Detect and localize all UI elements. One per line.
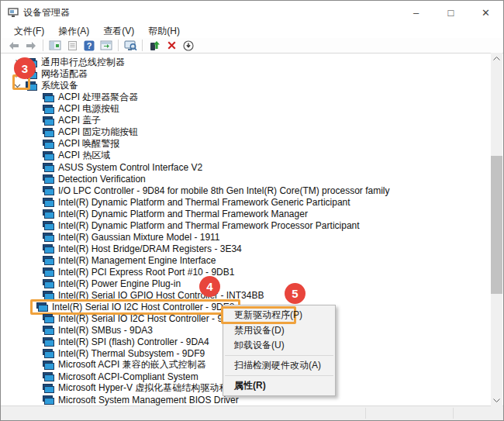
status-divider bbox=[365, 408, 366, 419]
device-icon bbox=[43, 337, 54, 347]
device-icon bbox=[43, 116, 54, 126]
tree-row[interactable]: Intel(R) Management Engine Interface bbox=[1, 254, 503, 266]
scroll-up-icon[interactable] bbox=[491, 53, 502, 64]
device-label: Intel(R) Dynamic Platform and Thermal Fr… bbox=[58, 209, 308, 219]
minimize-button[interactable]: – bbox=[399, 1, 433, 24]
tree-row[interactable]: I/O LPC Controller - 9D84 for mobile 8th… bbox=[1, 185, 503, 196]
device-label: Intel(R) Power Engine Plug-in bbox=[58, 278, 181, 289]
device-label: Intel(R) Management Engine Interface bbox=[58, 255, 216, 266]
export-list-icon[interactable] bbox=[98, 39, 115, 53]
context-menu: 更新驱动程序(P)禁用设备(D)卸载设备(U)扫描检测硬件改动(A)属性(R) bbox=[223, 305, 336, 396]
scrollbar-thumb[interactable] bbox=[491, 156, 502, 294]
device-icon bbox=[43, 233, 54, 242]
tree-scrollbar[interactable] bbox=[491, 53, 502, 406]
device-icon bbox=[43, 186, 54, 195]
tree-row[interactable]: ACPI 盖子 bbox=[1, 115, 503, 126]
menubar: 文件(F) 操作(A) 查看(V) 帮助(H) bbox=[1, 24, 503, 38]
maximize-button[interactable]: □ bbox=[433, 1, 468, 24]
device-label: Intel(R) Thermal Subsystem - 9DF9 bbox=[58, 348, 205, 359]
device-label: Intel(R) Serial IO I2C Host Controller -… bbox=[58, 313, 240, 324]
toolbar-separator bbox=[43, 40, 43, 51]
device-manager-window: 设备管理器 – □ ✕ 文件(F) 操作(A) 查看(V) 帮助(H) bbox=[0, 0, 504, 421]
menu-help[interactable]: 帮助(H) bbox=[141, 25, 187, 38]
menu-view[interactable]: 查看(V) bbox=[96, 25, 141, 38]
tree-row[interactable]: 系统设备 bbox=[1, 80, 503, 91]
update-driver-icon[interactable] bbox=[146, 39, 163, 53]
device-icon bbox=[43, 291, 54, 300]
device-label: Microsoft ACPI-Compliant System bbox=[58, 371, 198, 382]
device-icon bbox=[43, 326, 54, 335]
scroll-down-icon[interactable] bbox=[491, 395, 502, 406]
tree-row[interactable]: ACPI 处理器聚合器 bbox=[1, 91, 503, 103]
status-bar bbox=[1, 406, 503, 420]
help-icon[interactable]: ? bbox=[81, 39, 98, 53]
device-label: Microsoft System Management BIOS Driver bbox=[58, 395, 239, 405]
device-label: I/O LPC Controller - 9D84 for mobile 8th… bbox=[58, 185, 389, 196]
device-icon bbox=[43, 395, 54, 405]
context-menu-item[interactable]: 禁用设备(D) bbox=[223, 323, 335, 338]
tree-row[interactable]: ACPI 唤醒警报 bbox=[1, 138, 503, 150]
disable-device-icon[interactable] bbox=[180, 39, 197, 53]
tree-row[interactable]: Intel(R) Power Engine Plug-in bbox=[1, 278, 503, 289]
device-icon bbox=[43, 140, 54, 149]
device-icon bbox=[36, 302, 48, 312]
annotation-badge-3: 3 bbox=[14, 57, 36, 79]
menu-action[interactable]: 操作(A) bbox=[51, 25, 96, 38]
scan-hardware-changes-icon[interactable] bbox=[122, 39, 139, 53]
context-menu-item[interactable]: 扫描检测硬件改动(A) bbox=[223, 358, 335, 373]
menu-file[interactable]: 文件(F) bbox=[7, 25, 51, 38]
close-button[interactable]: ✕ bbox=[468, 1, 503, 24]
forward-icon[interactable] bbox=[22, 39, 40, 53]
device-icon bbox=[43, 174, 54, 184]
tree-row[interactable]: Intel(R) Dynamic Platform and Thermal Fr… bbox=[1, 219, 503, 231]
device-icon bbox=[43, 105, 54, 114]
toolbar-separator bbox=[142, 40, 143, 51]
device-label: Intel(R) Host Bridge/DRAM Registers - 3E… bbox=[58, 243, 242, 254]
device-icon bbox=[43, 209, 54, 219]
tree-row[interactable]: Intel(R) Gaussian Mixture Model - 1911 bbox=[1, 231, 503, 243]
context-menu-item[interactable]: 属性(R) bbox=[223, 378, 335, 393]
device-icon bbox=[43, 128, 54, 137]
tree-row[interactable]: ACPI 热区域 bbox=[1, 150, 503, 161]
window-title: 设备管理器 bbox=[23, 6, 70, 19]
context-menu-separator bbox=[225, 375, 333, 376]
uninstall-device-icon[interactable] bbox=[163, 39, 180, 53]
device-label: ACPI 热区域 bbox=[58, 149, 110, 162]
device-icon bbox=[43, 93, 54, 102]
tree-row[interactable]: Intel(R) PCI Express Root Port #10 - 9DB… bbox=[1, 266, 503, 278]
device-label: Intel(R) SPI (flash) Controller - 9DA4 bbox=[58, 336, 209, 347]
device-label: Microsoft Hyper-V 虚拟化基础结构驱动程序 bbox=[58, 381, 237, 395]
tree-row[interactable]: ACPI 电源按钮 bbox=[1, 103, 503, 115]
device-icon bbox=[43, 244, 54, 254]
device-icon bbox=[43, 279, 54, 288]
tree-row[interactable]: 通用串行总线控制器 bbox=[1, 57, 503, 68]
device-icon bbox=[43, 361, 54, 370]
device-icon bbox=[43, 372, 54, 381]
tree-row[interactable]: Intel(R) Dynamic Platform and Thermal Fr… bbox=[1, 196, 503, 208]
tree-row[interactable]: 网络适配器 bbox=[1, 68, 503, 80]
tree-row[interactable]: Intel(R) Dynamic Platform and Thermal Fr… bbox=[1, 208, 503, 219]
context-menu-item[interactable]: 更新驱动程序(P) bbox=[221, 306, 296, 324]
device-label: Intel(R) Serial IO I2C Host Controller -… bbox=[52, 302, 234, 312]
tree-row[interactable]: ACPI 固定功能按钮 bbox=[1, 126, 503, 138]
device-icon bbox=[43, 151, 54, 160]
back-icon[interactable] bbox=[5, 39, 22, 53]
svg-text:?: ? bbox=[87, 41, 92, 50]
show-console-tree-icon[interactable] bbox=[47, 39, 64, 53]
context-menu-item[interactable]: 卸载设备(U) bbox=[223, 338, 335, 353]
context-menu-separator bbox=[225, 355, 333, 356]
device-icon bbox=[43, 267, 54, 277]
device-manager-icon bbox=[8, 8, 19, 18]
device-icon bbox=[43, 221, 54, 230]
device-icon bbox=[43, 349, 54, 358]
device-label: Intel(R) Dynamic Platform and Thermal Fr… bbox=[58, 197, 350, 208]
device-label: Intel(R) Gaussian Mixture Model - 1911 bbox=[58, 232, 220, 243]
tree-row[interactable]: Intel(R) Host Bridge/DRAM Registers - 3E… bbox=[1, 243, 503, 254]
toolbar-separator bbox=[118, 40, 119, 51]
titlebar: 设备管理器 – □ ✕ bbox=[1, 1, 503, 24]
tree-row[interactable]: Detection Verification bbox=[1, 173, 503, 185]
device-icon bbox=[43, 198, 54, 207]
device-icon bbox=[43, 384, 54, 393]
properties-icon[interactable] bbox=[64, 39, 81, 53]
tree-row[interactable]: ASUS System Control Interface V2 bbox=[1, 161, 503, 173]
